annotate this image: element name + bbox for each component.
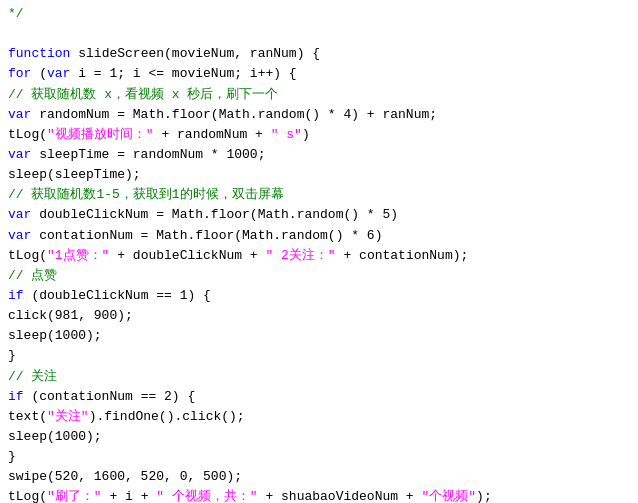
code-token: } (8, 449, 16, 464)
code-line: for (var i = 1; i <= movieNum; i++) { (8, 64, 630, 84)
code-line: function slideScreen(movieNum, ranNum) { (8, 44, 630, 64)
code-token: var (8, 228, 31, 243)
code-line: tLog("1点赞：" + doubleClickNum + " 2关注：" +… (8, 246, 630, 266)
code-token: sleep(1000); (8, 328, 102, 343)
code-line: sleep(1000); (8, 326, 630, 346)
code-token: "刷了：" (47, 489, 102, 503)
code-line: var doubleClickNum = Math.floor(Math.ran… (8, 205, 630, 225)
code-token: + i + (102, 489, 157, 503)
code-line: tLog("刷了：" + i + " 个视频，共：" + shuabaoVide… (8, 487, 630, 503)
code-token: randomNum = Math.floor(Math.random() * 4… (31, 107, 437, 122)
code-token: " 个视频，共：" (156, 489, 257, 503)
code-token: click(981, 900); (8, 308, 133, 323)
code-token: text( (8, 409, 47, 424)
code-token: tLog( (8, 489, 47, 503)
code-token: + doubleClickNum + (109, 248, 265, 263)
code-token: + randomNum + (154, 127, 271, 142)
code-line: swipe(520, 1600, 520, 0, 500); (8, 467, 630, 487)
code-token: ( (31, 66, 47, 81)
code-token: ); (476, 489, 492, 503)
code-token: (contationNum == 2) { (24, 389, 196, 404)
code-token: if (8, 389, 24, 404)
code-token: "1点赞：" (47, 248, 109, 263)
code-token: ).findOne().click(); (89, 409, 245, 424)
code-token: var (8, 147, 31, 162)
code-line: } (8, 447, 630, 467)
code-token: + contationNum); (336, 248, 469, 263)
code-line: // 获取随机数1-5，获取到1的时候，双击屏幕 (8, 185, 630, 205)
code-token: sleepTime = randomNum * 1000; (31, 147, 265, 162)
code-token: doubleClickNum = Math.floor(Math.random(… (31, 207, 398, 222)
code-line: var contationNum = Math.floor(Math.rando… (8, 226, 630, 246)
code-token: // 关注 (8, 369, 57, 384)
code-token: i = 1; i <= movieNum; i++) { (70, 66, 296, 81)
code-line: if (contationNum == 2) { (8, 387, 630, 407)
code-token: ) (302, 127, 310, 142)
code-line: // 点赞 (8, 266, 630, 286)
code-line: var randomNum = Math.floor(Math.random()… (8, 105, 630, 125)
code-token: // 点赞 (8, 268, 57, 283)
code-token: */ (8, 6, 24, 21)
code-token: // 获取随机数1-5，获取到1的时候，双击屏幕 (8, 187, 284, 202)
code-line: text("关注").findOne().click(); (8, 407, 630, 427)
code-editor: */ function slideScreen(movieNum, ranNum… (0, 0, 638, 503)
code-token: + shuabaoVideoNum + (258, 489, 422, 503)
code-line: } (8, 346, 630, 366)
code-token: var (47, 66, 70, 81)
code-line: click(981, 900); (8, 306, 630, 326)
code-token: (doubleClickNum == 1) { (24, 288, 211, 303)
code-token: if (8, 288, 24, 303)
code-line (8, 24, 630, 44)
code-token: function (8, 46, 70, 61)
code-token: slideScreen(movieNum, ranNum) { (70, 46, 320, 61)
code-token: var (8, 207, 31, 222)
code-token: "关注" (47, 409, 89, 424)
code-line: */ (8, 4, 630, 24)
code-token: " 2关注：" (265, 248, 335, 263)
code-token: tLog( (8, 127, 47, 142)
code-line: // 获取随机数 x，看视频 x 秒后，刷下一个 (8, 85, 630, 105)
code-line: var sleepTime = randomNum * 1000; (8, 145, 630, 165)
code-line: tLog("视频播放时间：" + randomNum + " s") (8, 125, 630, 145)
code-line: sleep(1000); (8, 427, 630, 447)
code-token: } (8, 348, 16, 363)
code-token: sleep(sleepTime); (8, 167, 141, 182)
code-token: for (8, 66, 31, 81)
code-line: if (doubleClickNum == 1) { (8, 286, 630, 306)
code-token: // 获取随机数 x，看视频 x 秒后，刷下一个 (8, 87, 278, 102)
code-token: tLog( (8, 248, 47, 263)
code-token: swipe(520, 1600, 520, 0, 500); (8, 469, 242, 484)
code-token: " s" (271, 127, 302, 142)
code-token: sleep(1000); (8, 429, 102, 444)
code-token: contationNum = Math.floor(Math.random() … (31, 228, 382, 243)
code-line: // 关注 (8, 367, 630, 387)
code-token: "个视频" (421, 489, 476, 503)
code-line: sleep(sleepTime); (8, 165, 630, 185)
code-token: var (8, 107, 31, 122)
code-token: "视频播放时间：" (47, 127, 154, 142)
